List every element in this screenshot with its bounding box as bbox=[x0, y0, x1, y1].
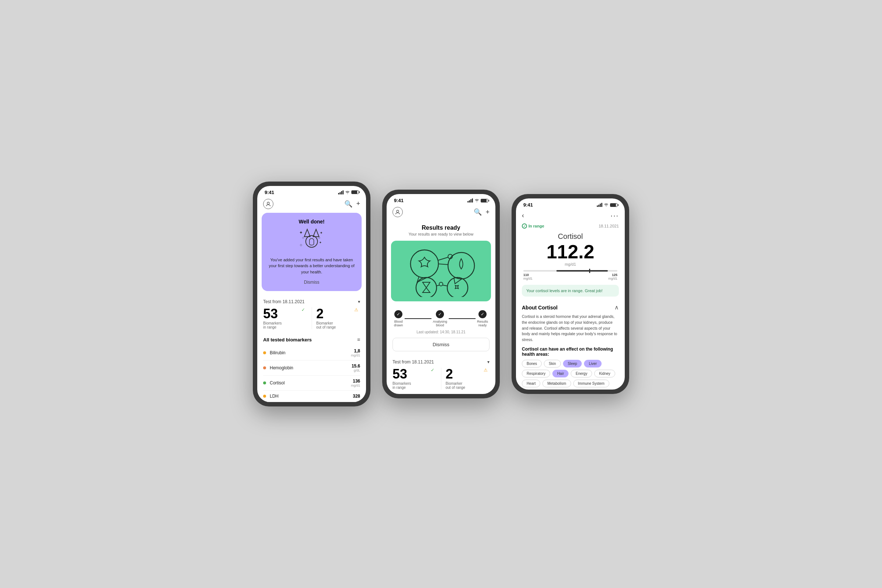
status-badge-row: ✓ In range 18.11.2021 bbox=[516, 224, 625, 232]
svg-rect-31 bbox=[600, 204, 601, 207]
tag-kidney[interactable]: Kidney bbox=[594, 370, 615, 377]
range-high: 125 mg/d1 bbox=[608, 273, 617, 280]
svg-line-28 bbox=[443, 285, 447, 286]
progress-steps: ✓ Blooddrawn ✓ Analysingblood ✓ Resultsr… bbox=[387, 306, 495, 328]
filter-icon[interactable]: ≡ bbox=[357, 337, 360, 342]
phone-2-frame: 9:41 bbox=[382, 190, 500, 398]
in-range-label-2: Biomarkersin range bbox=[393, 381, 436, 390]
status-bar-1: 9:41 bbox=[257, 186, 366, 196]
detail-biomarker-value: 112.2 bbox=[516, 242, 625, 262]
results-header: Results ready Your results are ready to … bbox=[387, 221, 495, 241]
svg-rect-29 bbox=[597, 206, 598, 207]
range-bar-track bbox=[524, 270, 617, 272]
promo-text: You've added your first results and have… bbox=[267, 257, 356, 275]
tag-skin[interactable]: Skin bbox=[544, 360, 560, 368]
dot-ldh bbox=[263, 395, 266, 398]
profile-icon-2[interactable] bbox=[393, 207, 403, 217]
tag-respiratory[interactable]: Respiratory bbox=[522, 370, 550, 377]
svg-rect-14 bbox=[468, 201, 469, 202]
svg-point-22 bbox=[448, 252, 474, 279]
step-check-1: ✓ bbox=[394, 310, 402, 318]
svg-line-27 bbox=[436, 285, 439, 286]
tag-energy[interactable]: Energy bbox=[571, 370, 592, 377]
svg-point-7 bbox=[306, 236, 318, 248]
dot-cortisol bbox=[263, 381, 266, 384]
status-icons-1 bbox=[338, 190, 358, 194]
signal-icon-2 bbox=[468, 198, 473, 202]
tag-heart[interactable]: Heart bbox=[522, 380, 540, 387]
test-section-1[interactable]: Test from 18.11.2021 ▾ bbox=[257, 296, 366, 307]
about-chevron[interactable]: ∧ bbox=[615, 304, 619, 311]
step-line-2 bbox=[449, 318, 476, 319]
bilirubin-value-group: 1,8 mg/d1 bbox=[351, 348, 360, 357]
stats-row-1: 53 Biomarkersin range ✓ 2 Biomarkerout o… bbox=[257, 307, 366, 334]
signal-icon bbox=[338, 190, 344, 194]
step-results-ready: ✓ Resultsready bbox=[477, 310, 488, 327]
dismiss-button-1[interactable]: Dismiss bbox=[304, 280, 320, 285]
add-button-2[interactable]: + bbox=[486, 208, 489, 216]
add-button-1[interactable]: + bbox=[356, 200, 360, 208]
svg-point-26 bbox=[439, 282, 443, 286]
dot-bilirubin bbox=[263, 351, 266, 354]
hemoglobin-name: Hemoglobin bbox=[270, 365, 352, 370]
svg-marker-5 bbox=[304, 230, 310, 237]
range-labels: 110 mg/d1 125 mg/d1 bbox=[524, 273, 617, 280]
about-subtitle: Cortisol can have an effect on the follo… bbox=[522, 346, 619, 357]
results-subtitle: Your results are ready to view below bbox=[393, 232, 489, 236]
search-button-1[interactable]: 🔍 bbox=[344, 200, 352, 208]
svg-rect-17 bbox=[472, 198, 473, 202]
step-analysing: ✓ Analysingblood bbox=[433, 310, 447, 327]
dot-hemoglobin bbox=[263, 366, 266, 369]
svg-rect-16 bbox=[470, 199, 471, 202]
battery-icon-3 bbox=[610, 203, 617, 207]
out-range-label: Biomarkerout of range bbox=[316, 321, 360, 329]
tag-immune[interactable]: Immune System bbox=[573, 380, 609, 387]
tag-bones[interactable]: Bones bbox=[522, 360, 542, 368]
svg-point-19 bbox=[411, 250, 438, 278]
status-time-2: 9:41 bbox=[394, 198, 404, 203]
bilirubin-name: Bilirubin bbox=[270, 350, 351, 356]
out-range-stat: 2 Biomarkerout of range ⚠ bbox=[316, 307, 360, 329]
status-bar-2: 9:41 bbox=[387, 194, 495, 205]
svg-point-25 bbox=[447, 278, 468, 297]
svg-rect-15 bbox=[469, 200, 470, 202]
biomarker-item[interactable]: LDH 328 bbox=[263, 391, 360, 402]
wifi-icon-3 bbox=[604, 203, 609, 207]
promo-title: Well done! bbox=[267, 219, 356, 225]
nav-right-1: 🔍 + bbox=[344, 200, 360, 208]
search-button-2[interactable]: 🔍 bbox=[474, 208, 482, 216]
step-check-3: ✓ bbox=[478, 310, 487, 318]
tag-metabolism[interactable]: Metabolism bbox=[542, 380, 571, 387]
range-bar-fill bbox=[556, 270, 608, 272]
tag-hair[interactable]: Hair bbox=[552, 370, 568, 377]
status-time-1: 9:41 bbox=[265, 190, 274, 195]
in-range-message: Your cortisol levels are in range. Great… bbox=[522, 285, 619, 297]
tag-sleep[interactable]: Sleep bbox=[563, 360, 582, 368]
out-range-stat-2: 2 Biomarkerout of range ⚠ bbox=[446, 368, 490, 390]
svg-rect-3 bbox=[342, 190, 344, 194]
warning-icon-2: ⚠ bbox=[484, 368, 489, 374]
profile-icon[interactable] bbox=[263, 199, 273, 209]
biomarker-item[interactable]: Hemoglobin 15.6 g/dL bbox=[263, 360, 360, 376]
svg-marker-6 bbox=[313, 230, 319, 237]
about-text: Cortisol is a steroid hormone that your … bbox=[522, 314, 619, 343]
biomarker-item[interactable]: Cortisol 136 mg/d1 bbox=[263, 376, 360, 391]
dismiss-button-2[interactable]: Dismiss bbox=[393, 338, 489, 351]
test-section-2[interactable]: Test from 18.11.2021 ▾ bbox=[387, 356, 495, 368]
status-bar-3: 9:41 bbox=[516, 198, 625, 209]
phones-container: 9:41 bbox=[253, 182, 629, 407]
divider-2 bbox=[441, 368, 441, 390]
range-low: 110 mg/d1 bbox=[524, 273, 532, 280]
detail-biomarker-name: Cortisol bbox=[516, 232, 625, 242]
step-check-2: ✓ bbox=[436, 310, 444, 318]
divider-1 bbox=[312, 307, 312, 329]
wifi-icon-2 bbox=[474, 198, 479, 202]
biomarker-item[interactable]: Bilirubin 1,8 mg/d1 bbox=[263, 345, 360, 360]
status-icons-3 bbox=[597, 203, 617, 207]
svg-text:◇: ◇ bbox=[318, 236, 321, 239]
tag-liver[interactable]: Liver bbox=[584, 360, 602, 368]
svg-text:✦: ✦ bbox=[320, 231, 322, 235]
more-button[interactable]: ··· bbox=[610, 212, 619, 220]
back-button[interactable]: ‹ bbox=[522, 212, 524, 219]
in-range-stat-2: 53 Biomarkersin range ✓ bbox=[393, 368, 436, 390]
